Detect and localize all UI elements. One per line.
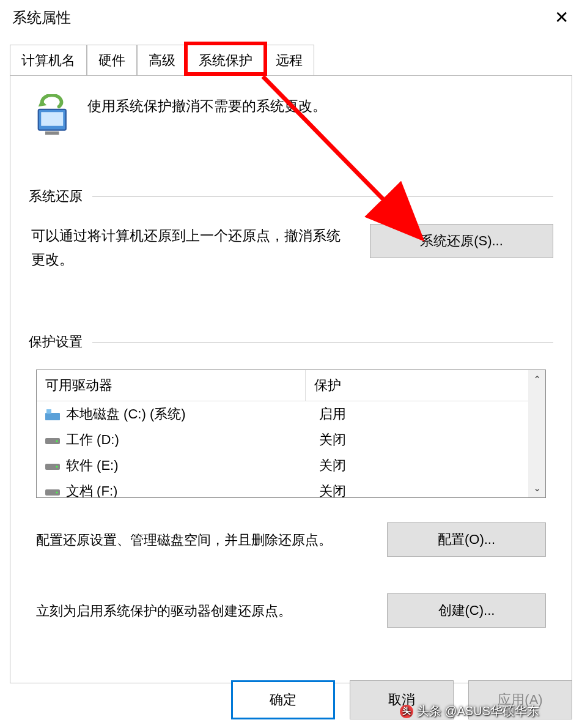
drive-row[interactable]: 文档 (F:) 关闭 xyxy=(37,478,545,498)
svg-rect-4 xyxy=(45,413,60,420)
ok-button[interactable]: 确定 xyxy=(231,680,335,719)
svg-point-9 xyxy=(56,466,58,468)
system-protection-panel: 使用系统保护撤消不需要的系统更改。 系统还原 可以通过将计算机还原到上一个还原点… xyxy=(10,75,572,683)
close-icon[interactable]: ✕ xyxy=(549,7,573,28)
tab-label: 系统保护 xyxy=(199,53,252,68)
configure-button[interactable]: 配置(O)... xyxy=(387,522,546,557)
tab-hardware[interactable]: 硬件 xyxy=(87,45,137,75)
svg-rect-1 xyxy=(41,112,63,126)
tab-label: 硬件 xyxy=(98,53,125,68)
section-protection-header: 保护设置 xyxy=(29,333,553,351)
scroll-up-icon[interactable]: ⌃ xyxy=(533,374,541,385)
create-description: 立刻为启用系统保护的驱动器创建还原点。 xyxy=(36,600,363,622)
svg-point-11 xyxy=(56,492,58,494)
tab-strip: 计算机名 硬件 高级 系统保护 远程 xyxy=(10,45,582,75)
intro-text: 使用系统保护撤消不需要的系统更改。 xyxy=(87,94,326,116)
divider xyxy=(92,196,553,197)
drive-list[interactable]: 可用驱动器 保护 本地磁盘 (C:) (系统) 启用 工作 (D:) 关闭 xyxy=(36,370,546,498)
system-restore-button[interactable]: 系统还原(S)... xyxy=(370,224,553,258)
drive-row[interactable]: 本地磁盘 (C:) (系统) 启用 xyxy=(37,401,545,427)
window-title: 系统属性 xyxy=(12,8,71,28)
drive-list-header: 可用驱动器 保护 xyxy=(37,370,545,401)
system-protection-icon xyxy=(29,94,73,138)
hdd-icon xyxy=(45,460,60,471)
restore-description: 可以通过将计算机还原到上一个还原点，撤消系统更改。 xyxy=(29,224,352,272)
drive-row[interactable]: 软件 (E:) 关闭 xyxy=(37,453,545,478)
svg-rect-2 xyxy=(45,132,59,135)
hdd-icon xyxy=(45,434,60,445)
drive-status: 关闭 xyxy=(311,482,545,498)
drive-name: 软件 (E:) xyxy=(66,456,311,475)
apply-button[interactable]: 应用(A) xyxy=(468,680,572,719)
drive-name: 工作 (D:) xyxy=(66,431,311,449)
tab-remote[interactable]: 远程 xyxy=(264,45,314,75)
tab-label: 计算机名 xyxy=(21,53,75,68)
hdd-icon xyxy=(45,486,60,497)
cancel-button[interactable]: 取消 xyxy=(350,680,454,719)
section-restore-header: 系统还原 xyxy=(29,187,553,206)
drive-status: 启用 xyxy=(311,405,545,423)
svg-rect-5 xyxy=(46,409,51,414)
section-label: 系统还原 xyxy=(29,187,83,206)
drive-name: 本地磁盘 (C:) (系统) xyxy=(66,405,311,423)
drive-status: 关闭 xyxy=(311,456,545,475)
tab-system-protection[interactable]: 系统保护 xyxy=(187,45,264,76)
configure-description: 配置还原设置、管理磁盘空间，并且删除还原点。 xyxy=(36,529,363,551)
scrollbar[interactable]: ⌃ ⌄ xyxy=(528,370,545,497)
divider xyxy=(92,342,553,343)
drive-name: 文档 (F:) xyxy=(66,482,311,498)
create-restore-point-button[interactable]: 创建(C)... xyxy=(387,593,546,628)
titlebar: 系统属性 ✕ xyxy=(0,0,582,40)
dialog-footer: 确定 取消 应用(A) xyxy=(231,680,572,719)
tab-label: 远程 xyxy=(276,53,303,68)
column-status[interactable]: 保护 xyxy=(306,370,545,401)
tab-advanced[interactable]: 高级 xyxy=(137,45,187,75)
drive-row[interactable]: 工作 (D:) 关闭 xyxy=(37,427,545,453)
column-drive[interactable]: 可用驱动器 xyxy=(37,370,306,401)
scroll-down-icon[interactable]: ⌄ xyxy=(533,482,541,494)
drive-status: 关闭 xyxy=(311,431,545,449)
system-disk-icon xyxy=(45,409,60,420)
tab-label: 高级 xyxy=(149,53,175,68)
tab-computer-name[interactable]: 计算机名 xyxy=(10,45,87,75)
section-label: 保护设置 xyxy=(29,333,83,351)
svg-point-7 xyxy=(56,440,58,442)
